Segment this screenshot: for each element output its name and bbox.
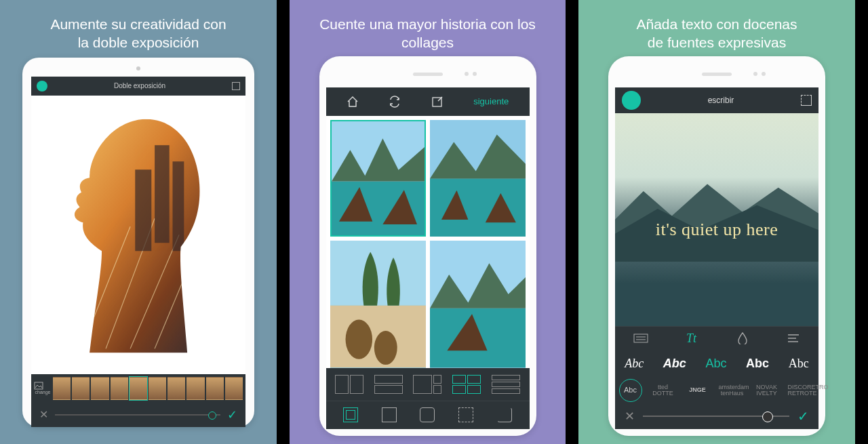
- blend-thumb[interactable]: [91, 377, 108, 400]
- svg-rect-9: [35, 382, 43, 389]
- promo-panel-collage: Cuente una mayor historia con los collag…: [290, 0, 566, 444]
- edit-icon[interactable]: [431, 96, 443, 108]
- blend-thumb[interactable]: [186, 377, 204, 400]
- collage-cell[interactable]: [430, 120, 526, 237]
- font-sample[interactable]: Abc: [746, 357, 769, 371]
- panel-heading: Cuente una mayor historia con los collag…: [290, 0, 566, 59]
- blend-thumb[interactable]: [72, 377, 90, 400]
- svg-rect-15: [330, 241, 426, 306]
- layout-option[interactable]: [413, 375, 441, 394]
- sensors: [753, 72, 766, 76]
- apply-button[interactable]: ✓: [227, 407, 237, 422]
- panel-heading: Añada texto con docenas de fuentes expre…: [623, 0, 810, 59]
- intensity-slider[interactable]: [55, 414, 220, 416]
- editor-canvas[interactable]: it's quiet up here: [615, 113, 818, 326]
- app-header: Doble exposición: [31, 77, 245, 96]
- collage-toolbar: siguiente: [326, 87, 530, 116]
- rotate-icon[interactable]: [389, 96, 401, 108]
- tablet-device-mock: Doble exposición: [22, 58, 254, 427]
- editor-canvas[interactable]: [31, 96, 245, 374]
- collage-cell[interactable]: [430, 241, 526, 367]
- earpiece: [702, 73, 732, 76]
- svg-rect-7: [172, 161, 184, 251]
- text-tool-tabs: Tt: [615, 326, 818, 350]
- svg-rect-14: [430, 178, 526, 237]
- screen-title: Doble exposición: [47, 82, 232, 89]
- crop-icon[interactable]: [801, 95, 812, 106]
- app-screen: Doble exposición: [31, 77, 245, 427]
- border-option[interactable]: [458, 407, 473, 422]
- next-button[interactable]: siguiente: [473, 96, 509, 106]
- panel-heading: Aumente su creatividad con la doble expo…: [37, 0, 239, 59]
- font-chip-row: Abc tted DOTTE JNGE amsterdam tenHaus NO…: [615, 378, 818, 403]
- collage-cell[interactable]: [330, 241, 426, 367]
- font-chip[interactable]: amsterdam tenHaus: [719, 384, 746, 397]
- layout-option[interactable]: [492, 375, 520, 394]
- apply-button[interactable]: ✓: [797, 408, 809, 424]
- screen-title: escribir: [648, 96, 794, 105]
- svg-rect-8: [135, 169, 151, 251]
- app-screen: escribir it's quiet up here Tt: [615, 87, 818, 429]
- text-overlay[interactable]: it's quiet up here: [615, 220, 818, 240]
- blend-thumb[interactable]: [111, 377, 128, 400]
- border-option[interactable]: [497, 407, 512, 422]
- svg-point-18: [374, 331, 397, 365]
- keyboard-icon[interactable]: [633, 331, 649, 345]
- font-chip[interactable]: NOVAK IVELTY: [753, 384, 781, 397]
- blend-thumb[interactable]: [167, 377, 185, 400]
- font-chip[interactable]: JNGE: [684, 387, 711, 393]
- font-chip[interactable]: DISCORETRO RETROTE: [788, 384, 815, 397]
- double-exposure-preview: [57, 101, 220, 369]
- blend-thumb[interactable]: [149, 377, 166, 400]
- eraser-button[interactable]: [622, 91, 641, 110]
- font-sample-selected[interactable]: Abc: [705, 357, 726, 371]
- intensity-slider-row: ✕ ✓: [31, 403, 245, 427]
- layout-option[interactable]: [374, 375, 403, 394]
- border-style-picker: [326, 401, 530, 429]
- font-chip-selected[interactable]: Abc: [619, 379, 642, 402]
- compare-icon[interactable]: [232, 82, 240, 90]
- svg-rect-6: [155, 145, 170, 243]
- change-image-button[interactable]: change: [34, 382, 52, 395]
- promo-panel-double-exposure: Aumente su creatividad con la doble expo…: [0, 0, 277, 444]
- sensors: [465, 72, 477, 76]
- blend-thumb-selected[interactable]: [130, 377, 147, 400]
- opacity-slider-row: ✕ ✓: [615, 403, 818, 429]
- camera-dot: [136, 66, 140, 70]
- collage-cell[interactable]: [330, 120, 426, 237]
- app-screen: siguiente: [326, 87, 530, 429]
- phone-device-mock: siguiente: [319, 56, 536, 436]
- border-option[interactable]: [420, 407, 435, 422]
- effect-thumbnails: change: [31, 374, 245, 403]
- blend-thumb[interactable]: [206, 377, 224, 400]
- font-chip[interactable]: tted DOTTE: [650, 384, 677, 397]
- blend-thumb[interactable]: [225, 377, 243, 400]
- svg-rect-21: [634, 334, 648, 342]
- svg-point-17: [345, 320, 372, 359]
- layout-option-selected[interactable]: [452, 375, 481, 394]
- panel-divider: [277, 0, 290, 444]
- font-sample[interactable]: Abc: [663, 357, 686, 371]
- promo-panel-text: Añada texto con docenas de fuentes expre…: [578, 0, 855, 444]
- earpiece: [413, 73, 443, 76]
- blend-thumb[interactable]: [53, 377, 71, 400]
- align-tab-icon[interactable]: [785, 331, 802, 345]
- text-toolbar: escribir: [615, 87, 818, 113]
- panel-divider: [566, 0, 578, 444]
- border-option[interactable]: [382, 407, 397, 422]
- cancel-button[interactable]: ✕: [39, 408, 48, 421]
- cancel-button[interactable]: ✕: [625, 409, 635, 424]
- home-icon[interactable]: [347, 96, 359, 108]
- font-sample[interactable]: Abc: [789, 357, 809, 371]
- brush-tool-button[interactable]: [37, 81, 47, 92]
- font-preview-row: Abc Abc Abc Abc Abc: [615, 350, 818, 378]
- layout-picker: [326, 368, 530, 401]
- font-tab-selected[interactable]: Tt: [684, 331, 700, 345]
- phone-device-mock: escribir it's quiet up here Tt: [608, 56, 825, 436]
- opacity-slider[interactable]: [643, 416, 789, 417]
- layout-option[interactable]: [335, 375, 363, 394]
- collage-canvas[interactable]: [326, 116, 530, 368]
- border-option-selected[interactable]: [343, 407, 358, 422]
- font-sample[interactable]: Abc: [625, 357, 644, 371]
- color-tab-icon[interactable]: [734, 331, 751, 345]
